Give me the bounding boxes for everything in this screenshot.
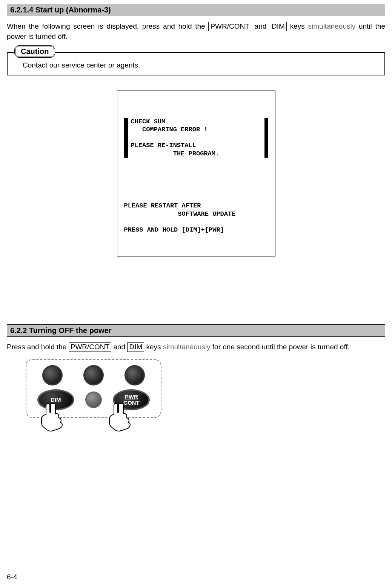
caution-label: Caution xyxy=(14,45,55,58)
button-row: DIM PWR CONT xyxy=(32,389,155,410)
section1-paragraph: When the following screen is displayed, … xyxy=(7,21,385,41)
knob-row xyxy=(32,365,155,385)
left-bar-icon xyxy=(124,118,128,158)
screen-top-block: CHECK SUM COMPARING ERROR ! PLEASE RE-IN… xyxy=(124,118,268,158)
txt: and xyxy=(111,343,127,351)
caution-text: Contact our service center or agents. xyxy=(7,52,385,75)
error-screen-wrap: CHECK SUM COMPARING ERROR ! PLEASE RE-IN… xyxy=(7,91,385,256)
error-screen: CHECK SUM COMPARING ERROR ! PLEASE RE-IN… xyxy=(117,91,275,256)
section-heading-1: 6.2.1.4 Start up (Abnorma-3) xyxy=(7,4,385,16)
right-bar-icon xyxy=(264,118,268,158)
txt-faded: simultaneously xyxy=(308,22,356,30)
knob-icon xyxy=(125,365,145,385)
txt: for one second until the power is turned… xyxy=(211,343,350,351)
small-round-button[interactable] xyxy=(85,391,102,408)
device-panel: DIM PWR CONT xyxy=(26,359,161,418)
pwr-cont-button[interactable]: PWR CONT xyxy=(113,389,150,410)
txt: keys xyxy=(144,343,163,351)
knob-icon xyxy=(42,365,63,385)
txt: keys xyxy=(287,22,308,30)
txt: When the following screen is displayed, … xyxy=(7,22,208,30)
key-dim: DIM xyxy=(270,22,287,31)
screen-bottom-text: PLEASE RESTART AFTER SOFTWARE UPDATE PRE… xyxy=(124,202,268,234)
device-panel-wrap: DIM PWR CONT xyxy=(7,359,385,418)
screen-top-text: CHECK SUM COMPARING ERROR ! PLEASE RE-IN… xyxy=(130,118,262,158)
key-pwr-cont: PWR/CONT xyxy=(208,22,251,31)
dim-button[interactable]: DIM xyxy=(37,389,74,410)
section2-paragraph: Press and hold the PWR/CONT and DIM keys… xyxy=(7,342,385,352)
section-heading-2: 6.2.2 Turning OFF the power xyxy=(7,324,385,337)
txt: and xyxy=(251,22,270,30)
key-pwr-cont: PWR/CONT xyxy=(69,342,111,352)
txt-faded: simultaneously xyxy=(163,343,211,351)
knob-icon xyxy=(83,365,104,385)
pwr-cont-button-label: PWR CONT xyxy=(123,394,140,406)
caution-block: Caution Contact our service center or ag… xyxy=(7,52,385,75)
page-number: 6-4 xyxy=(7,573,17,581)
pwr-line2: CONT xyxy=(123,399,140,406)
txt: Press and hold the xyxy=(7,343,69,351)
pwr-line1: PWR xyxy=(123,394,140,400)
dim-button-label: DIM xyxy=(51,397,61,403)
key-dim: DIM xyxy=(127,342,144,352)
